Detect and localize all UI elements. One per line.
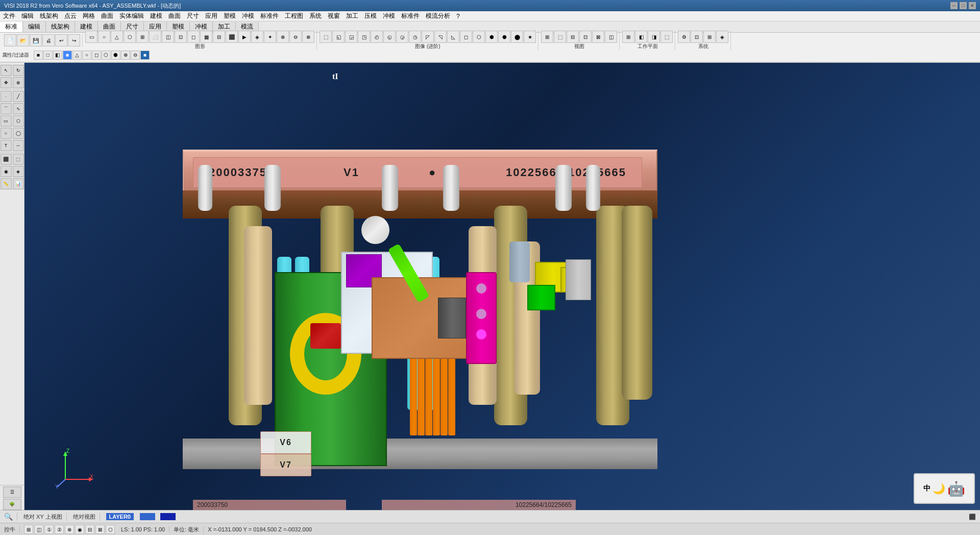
shape-btn-7[interactable]: ◫	[162, 31, 174, 43]
side-solid-btn[interactable]: ⬛	[1, 154, 12, 165]
menu-wireframe[interactable]: 线架构	[37, 11, 61, 21]
close-button[interactable]: ✕	[969, 2, 976, 9]
img-btn-15[interactable]: ⬣	[498, 31, 510, 43]
img-btn-16[interactable]: ⬤	[511, 31, 523, 43]
side-dim-btn[interactable]: ↔	[13, 140, 24, 151]
side-text-btn[interactable]: T	[1, 140, 12, 151]
sys-btn-3[interactable]: ⊞	[703, 31, 716, 43]
shape-btn-9[interactable]: ◻	[187, 31, 200, 43]
shape-btn-18[interactable]: ⊗	[302, 31, 314, 43]
view-btn-6[interactable]: ◫	[605, 31, 617, 43]
img-btn-17[interactable]: ★	[524, 31, 536, 43]
status-btn-1[interactable]: ⊞	[24, 525, 33, 534]
side-spline-btn[interactable]: ∿	[13, 103, 24, 114]
img-btn-5[interactable]: ◴	[371, 31, 383, 43]
filter-btn-12[interactable]: ■	[140, 51, 150, 60]
shape-btn-16[interactable]: ⊕	[277, 31, 289, 43]
filter-btn-11[interactable]: ⊖	[131, 51, 140, 60]
sys-btn-1[interactable]: ⚙	[678, 31, 690, 43]
img-btn-8[interactable]: ◷	[409, 31, 421, 43]
side-rect-btn[interactable]: ▭	[1, 115, 12, 127]
img-btn-2[interactable]: ◱	[332, 31, 345, 43]
shape-btn-6[interactable]: ⬜	[149, 31, 161, 43]
side-list-btn[interactable]: ☰	[3, 487, 21, 498]
tab-wireframe[interactable]: 线架构	[46, 21, 75, 32]
shape-btn-8[interactable]: ⊡	[175, 31, 187, 43]
status-btn-7[interactable]: ⊟	[85, 525, 94, 534]
side-ellipse-btn[interactable]: ◯	[13, 128, 24, 139]
filter-btn-8[interactable]: ⬡	[102, 51, 111, 60]
filter-btn-10[interactable]: ⊕	[121, 51, 130, 60]
sys-btn-4[interactable]: ◈	[716, 31, 728, 43]
view-btn-1[interactable]: ⊞	[541, 31, 553, 43]
menu-engdraw[interactable]: 工程图	[282, 11, 306, 21]
status-btn-6[interactable]: ◉	[75, 525, 84, 534]
img-btn-1[interactable]: ⬚	[320, 31, 332, 43]
side-poly-btn[interactable]: ⬡	[13, 115, 24, 127]
menu-punch[interactable]: 冲模	[239, 11, 257, 21]
menu-help[interactable]: ?	[453, 12, 463, 21]
shape-btn-5[interactable]: ⊞	[136, 31, 149, 43]
img-btn-6[interactable]: ◵	[383, 31, 396, 43]
view-btn-5[interactable]: ⊠	[592, 31, 604, 43]
side-circle-btn[interactable]: ○	[1, 128, 12, 139]
side-analysis-btn[interactable]: 📊	[13, 178, 24, 189]
undo-btn[interactable]: ↩	[55, 34, 67, 46]
side-line-btn[interactable]: ╱	[13, 91, 24, 102]
new-btn[interactable]: 📄	[4, 34, 16, 46]
shape-btn-3[interactable]: △	[111, 31, 123, 43]
wp-btn-2[interactable]: ◧	[635, 31, 647, 43]
shape-btn-11[interactable]: ⊟	[213, 31, 225, 43]
menu-surface2[interactable]: 曲面	[165, 11, 184, 21]
menu-apply[interactable]: 应用	[202, 11, 220, 21]
menu-die[interactable]: 冲模	[380, 11, 398, 21]
side-render-btn[interactable]: ◈	[13, 166, 24, 177]
side-shade-btn[interactable]: ◉	[1, 166, 12, 177]
side-tree-btn[interactable]: 🌳	[3, 499, 21, 510]
menu-surface[interactable]: 曲面	[98, 11, 116, 21]
menu-model[interactable]: 建模	[147, 11, 165, 21]
filter-btn-1[interactable]: ■	[34, 51, 43, 60]
img-btn-11[interactable]: ◺	[447, 31, 459, 43]
status-btn-5[interactable]: ⊕	[65, 525, 74, 534]
side-arc-btn[interactable]: ⌒	[1, 103, 12, 114]
filter-btn-3[interactable]: ◧	[53, 51, 62, 60]
shape-btn-2[interactable]: ○	[98, 31, 110, 43]
filter-btn-5[interactable]: △	[72, 51, 82, 60]
img-btn-7[interactable]: ◶	[396, 31, 408, 43]
menu-pointcloud[interactable]: 点云	[61, 11, 80, 21]
img-btn-12[interactable]: ◻	[460, 31, 472, 43]
filter-btn-4[interactable]: ■	[63, 51, 72, 60]
filter-btn-7[interactable]: ◻	[92, 51, 101, 60]
shape-btn-4[interactable]: ⬡	[124, 31, 136, 43]
img-btn-14[interactable]: ⬢	[485, 31, 498, 43]
img-btn-4[interactable]: ◳	[358, 31, 370, 43]
img-btn-9[interactable]: ◸	[422, 31, 434, 43]
wp-btn-3[interactable]: ◨	[648, 31, 660, 43]
wp-btn-1[interactable]: ⊞	[622, 31, 634, 43]
shape-btn-17[interactable]: ⊖	[289, 31, 302, 43]
menu-solidediting[interactable]: 实体编辑	[116, 11, 147, 21]
shape-btn-12[interactable]: ⬛	[226, 31, 238, 43]
menu-file[interactable]: 文件	[0, 11, 18, 21]
menu-system[interactable]: 系统	[306, 11, 325, 21]
img-btn-13[interactable]: ⬡	[473, 31, 485, 43]
side-measure-btn[interactable]: 📏	[1, 178, 12, 189]
wp-btn-4[interactable]: ⬚	[660, 31, 673, 43]
open-btn[interactable]: 📂	[17, 34, 29, 46]
status-btn-9[interactable]: ⬡	[106, 525, 115, 534]
save-btn[interactable]: 💾	[30, 34, 42, 46]
menu-dim[interactable]: 尺寸	[184, 11, 202, 21]
menu-mesh[interactable]: 网格	[80, 11, 98, 21]
print-btn[interactable]: 🖨	[42, 34, 55, 46]
side-point-btn[interactable]: ·	[1, 91, 12, 102]
status-btn-3[interactable]: ①	[44, 525, 54, 534]
view-btn-2[interactable]: ⬚	[554, 31, 566, 43]
view-btn-4[interactable]: ⊡	[579, 31, 592, 43]
filter-btn-9[interactable]: ⬢	[111, 51, 120, 60]
side-select-btn[interactable]: ↖	[1, 65, 12, 76]
menu-edit[interactable]: 编辑	[18, 11, 37, 21]
tab-edit[interactable]: 编辑	[23, 21, 46, 32]
filter-btn-2[interactable]: □	[43, 51, 53, 60]
minimize-button[interactable]: ─	[950, 2, 958, 9]
